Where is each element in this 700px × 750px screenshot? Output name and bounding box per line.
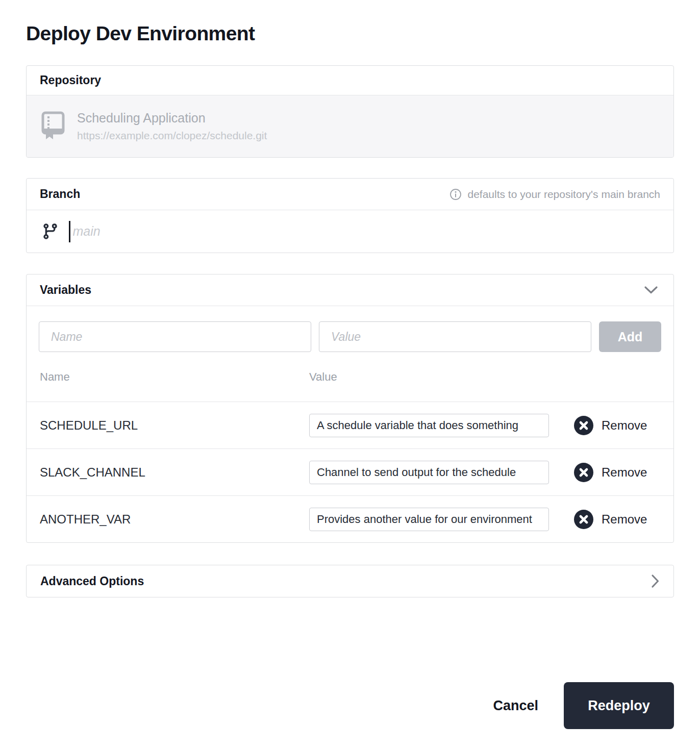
branch-input[interactable]: [73, 224, 379, 239]
variable-row: SCHEDULE_URL Remove: [27, 402, 673, 448]
advanced-options-label: Advanced Options: [40, 574, 144, 588]
advanced-options-toggle[interactable]: Advanced Options: [26, 565, 674, 597]
add-variable-row: Add: [27, 306, 673, 352]
page-title: Deploy Dev Environment: [26, 22, 674, 45]
remove-label: Remove: [602, 512, 647, 527]
variable-value-field[interactable]: [309, 461, 549, 484]
git-branch-icon: [41, 222, 59, 240]
variable-row: SLACK_CHANNEL Remove: [27, 448, 673, 495]
remove-label: Remove: [602, 418, 647, 433]
info-icon: [449, 188, 462, 201]
repository-section-header: Repository: [27, 66, 673, 95]
remove-variable-button[interactable]: Remove: [574, 463, 647, 482]
variable-value-field[interactable]: [309, 414, 549, 437]
text-cursor: [69, 221, 70, 242]
redeploy-button[interactable]: Redeploy: [564, 682, 674, 729]
variables-section-header: Variables: [27, 274, 673, 306]
branch-section-header: Branch defaults to your repository's mai…: [27, 179, 673, 210]
branch-hint-text: defaults to your repository's main branc…: [467, 188, 660, 201]
deploy-dialog: Deploy Dev Environment Repository Schedu…: [0, 0, 700, 750]
x-circle-icon: [574, 510, 593, 529]
column-header-name: Name: [40, 370, 309, 384]
x-circle-icon: [574, 416, 593, 435]
collapse-variables-button[interactable]: [642, 284, 660, 296]
variable-name: ANOTHER_VAR: [40, 512, 309, 527]
repository-url: https://example.com/clopez/schedule.git: [77, 130, 267, 142]
branch-label: Branch: [40, 187, 80, 201]
cancel-button[interactable]: Cancel: [493, 698, 538, 714]
add-variable-button[interactable]: Add: [599, 321, 661, 352]
branch-hint: defaults to your repository's main branc…: [449, 188, 660, 201]
variables-section: Variables Add Name Value SCHEDULE_URL: [26, 274, 674, 543]
dialog-actions: Cancel Redeploy: [26, 682, 674, 729]
variable-value-field[interactable]: [309, 508, 549, 531]
remove-variable-button[interactable]: Remove: [574, 416, 647, 435]
variable-name-input[interactable]: [39, 321, 311, 352]
variable-name: SCHEDULE_URL: [40, 418, 309, 433]
chevron-down-icon: [644, 286, 658, 294]
chevron-right-icon: [651, 574, 660, 588]
column-header-value: Value: [309, 370, 337, 384]
x-circle-icon: [574, 463, 593, 482]
remove-label: Remove: [602, 465, 647, 480]
remove-variable-button[interactable]: Remove: [574, 510, 647, 529]
variables-label: Variables: [40, 283, 91, 297]
branch-section: Branch defaults to your repository's mai…: [26, 178, 674, 253]
repository-label: Repository: [40, 73, 101, 87]
variables-table-header: Name Value: [27, 352, 673, 402]
variable-row: ANOTHER_VAR Remove: [27, 495, 673, 542]
repo-book-icon: [41, 111, 65, 141]
repository-section: Repository Scheduling Application https:…: [26, 65, 674, 158]
variable-name: SLACK_CHANNEL: [40, 465, 309, 480]
branch-input-row: [27, 210, 673, 253]
repository-info: Scheduling Application https://example.c…: [77, 111, 267, 142]
repository-name: Scheduling Application: [77, 111, 267, 126]
variable-value-input[interactable]: [319, 321, 591, 352]
repository-display: Scheduling Application https://example.c…: [27, 95, 673, 157]
